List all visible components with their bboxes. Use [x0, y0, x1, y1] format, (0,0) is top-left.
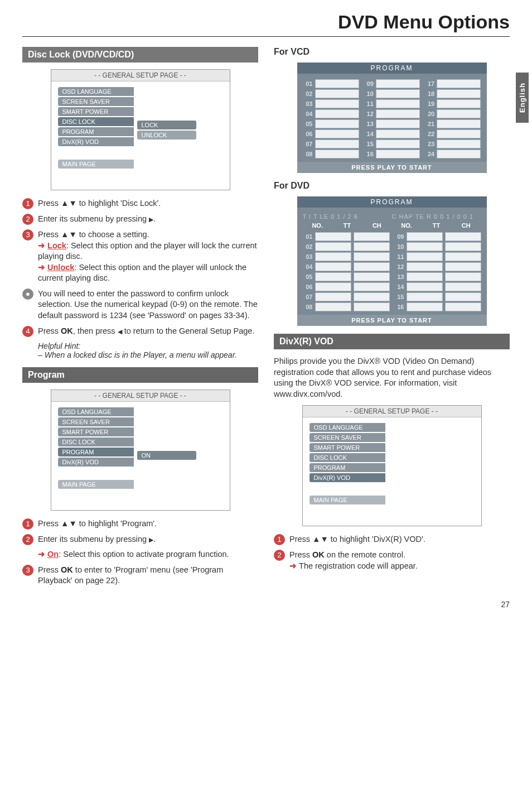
program-slot — [437, 129, 481, 138]
program-index: 09 — [394, 233, 404, 240]
program-row: 04 — [303, 109, 359, 118]
program-slot-tt — [407, 242, 443, 251]
program-slot-tt — [315, 282, 351, 291]
program-index: 04 — [303, 110, 313, 117]
p-step-3-text: Press OK to enter to 'Program' menu (see… — [38, 565, 258, 587]
program-slot-tt — [315, 262, 351, 271]
sub-unlock: UNLOCK — [137, 131, 196, 140]
program-slot — [437, 79, 481, 88]
program-slot-tt — [315, 232, 351, 241]
program-row: 07 — [303, 292, 390, 301]
program-row: 17 — [424, 79, 481, 88]
program-index: 23 — [424, 141, 434, 147]
step-4-text: Press OK, then press ◀ to return to the … — [38, 326, 258, 337]
program-slot-ch — [354, 252, 390, 261]
program-index: 11 — [364, 100, 374, 107]
program-index: 09 — [364, 80, 374, 87]
step-1-text: Press ▲▼ to highlight 'Disc Lock'. — [38, 198, 258, 209]
program-slot-ch — [445, 282, 481, 291]
program-heading: Program — [22, 367, 258, 383]
program-index: 12 — [364, 110, 374, 117]
program-th-cell: CH — [451, 222, 481, 229]
program-row: 03 — [303, 99, 359, 108]
d-step-1-text: Press ▲▼ to highlight 'DivX(R) VOD'. — [289, 534, 510, 545]
program-th-cell: NO. — [303, 222, 332, 229]
program-slot — [376, 140, 420, 148]
program-slot-tt — [315, 252, 351, 261]
program-row: 13 — [364, 119, 420, 128]
program-slot — [437, 150, 481, 158]
program-slot-ch — [445, 292, 481, 301]
for-dvd-heading: For DVD — [274, 181, 510, 191]
program-index: 15 — [364, 141, 374, 147]
menu-divx-vod: DivX(R) VOD — [309, 473, 385, 482]
program-index: 20 — [424, 110, 434, 117]
program-slot-tt — [407, 252, 443, 261]
program-row: 08 — [303, 302, 390, 311]
program-slot — [376, 99, 420, 108]
bullet-text: You will need to enter the password to c… — [38, 289, 258, 321]
program-slot-tt — [315, 302, 351, 311]
program-th-cell: TT — [422, 222, 451, 229]
p-step-2-text: Enter its submenu by pressing ▶. ➜ On: S… — [38, 534, 258, 560]
setup-header-2: - - GENERAL SETUP PAGE - - — [51, 390, 230, 402]
program-slot — [315, 150, 359, 158]
program-index: 11 — [394, 253, 404, 260]
program-slot-ch — [354, 232, 390, 241]
setup-header: - - GENERAL SETUP PAGE - - — [51, 70, 230, 81]
program-slot — [437, 119, 481, 128]
program-index: 10 — [394, 243, 404, 250]
program-slot — [315, 140, 359, 148]
program-slot-ch — [445, 242, 481, 251]
program-row: 14 — [394, 282, 481, 291]
program-index: 06 — [303, 283, 313, 290]
program-index: 08 — [303, 151, 313, 157]
program-row: 19 — [424, 99, 481, 108]
program-slot — [315, 89, 359, 98]
program-slot — [376, 119, 420, 128]
setup-panel-program: - - GENERAL SETUP PAGE - - OSD LANGUAGE … — [51, 390, 230, 511]
setup-panel-disclock: - - GENERAL SETUP PAGE - - OSD LANGUAGE … — [51, 69, 230, 190]
program-index: 01 — [303, 233, 313, 240]
program-index: 17 — [424, 80, 434, 87]
program-row: 11 — [394, 252, 481, 261]
program-slot — [315, 79, 359, 88]
vcd-program-panel: PROGRAM 01020304050607080910111213141516… — [297, 63, 487, 173]
menu-disc-lock: DISC LOCK — [58, 117, 134, 126]
menu-program: PROGRAM — [58, 448, 134, 456]
program-slot — [376, 89, 420, 98]
program-index: 03 — [303, 253, 313, 260]
program-index: 12 — [394, 263, 404, 270]
program-index: 13 — [394, 273, 404, 280]
program-slot — [376, 109, 420, 118]
program-slot — [376, 79, 420, 88]
program-index: 14 — [394, 283, 404, 290]
program-row: 21 — [424, 119, 481, 128]
program-row: 01 — [303, 79, 359, 88]
program-slot-tt — [407, 292, 443, 301]
divx-description: Philips provide you the DivX® VOD (Video… — [274, 356, 510, 400]
program-row: 11 — [364, 99, 420, 108]
program-row: 22 — [424, 129, 481, 138]
program-slot — [437, 99, 481, 108]
program-row: 12 — [364, 109, 420, 118]
program-th-cell: NO. — [391, 222, 421, 229]
program-index: 06 — [303, 131, 313, 137]
page-number: 27 — [501, 600, 510, 609]
menu-disc-lock: DISC LOCK — [58, 438, 134, 446]
program-row: 09 — [394, 232, 481, 241]
d-step-2-text: Press OK on the remote control. ➜ The re… — [289, 550, 510, 571]
program-index: 03 — [303, 100, 313, 107]
language-tab: English — [516, 73, 529, 123]
program-index: 16 — [364, 151, 374, 157]
program-row: 10 — [364, 89, 420, 98]
program-slot-ch — [354, 242, 390, 251]
program-row: 06 — [303, 282, 390, 291]
p-step-2-badge: 2 — [22, 534, 33, 545]
chapter-label: C HAP TE R 0 0 1 / 0 0 1 — [392, 213, 474, 220]
program-slot-ch — [445, 232, 481, 241]
title-rule — [22, 36, 510, 37]
program-slot — [437, 109, 481, 118]
program-slot — [315, 99, 359, 108]
menu-smart-power: SMART POWER — [309, 443, 385, 452]
